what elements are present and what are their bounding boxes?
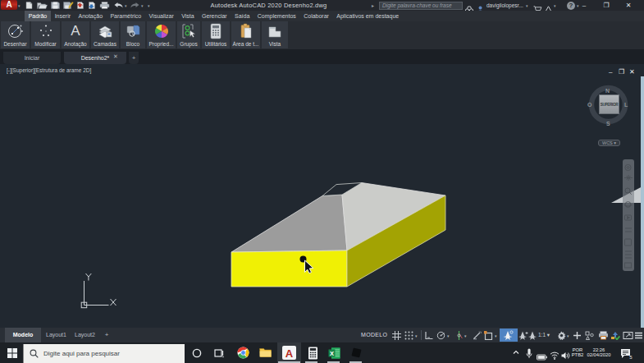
viewcube-south-label[interactable]: S [606, 121, 610, 126]
windows-taskbar: Digite aqui para pesquisar A [0, 342, 644, 363]
polar-dropdown-icon[interactable]: ▾ [447, 333, 450, 338]
panel-grupos[interactable]: Grupos [177, 21, 200, 48]
object-snap-tracking-icon[interactable] [473, 331, 482, 340]
tray-pen-icon[interactable] [526, 347, 532, 362]
tray-chevron-icon[interactable] [513, 350, 519, 356]
search-collapse-icon[interactable]: ▸ [372, 2, 374, 8]
isometric-dropdown-icon[interactable]: ▾ [464, 333, 467, 338]
layout-tab-modelo[interactable]: Modelo [5, 328, 41, 342]
layout-tab-layout1[interactable]: Layout1 [43, 328, 70, 342]
viewcube-west-label[interactable]: O [587, 102, 591, 108]
polar-tracking-icon[interactable] [436, 331, 445, 340]
status-bar: Modelo Layout1 Layout2 + MODELO ▾ ▾ ▾ ▾ [0, 328, 644, 342]
autocad-taskbar-button-active[interactable]: A [277, 342, 301, 363]
window-close-button[interactable]: ✕ [623, 1, 634, 10]
ribbon-tab-parametrico[interactable]: Paramétrico [107, 11, 145, 21]
dark-app-icon[interactable] [349, 346, 363, 360]
ortho-mode-icon[interactable] [424, 331, 433, 340]
ribbon-tab-inserir[interactable]: Inserir [51, 11, 75, 21]
model-space-indicator[interactable]: MODELO [361, 328, 387, 342]
viewcube-east-label[interactable]: L [624, 102, 628, 108]
ribbon-tab-saida[interactable]: Saída [231, 11, 253, 21]
ribbon-tab-vista[interactable]: Vista [177, 11, 198, 21]
chrome-icon[interactable] [236, 346, 250, 360]
solid-left-slope-face[interactable] [231, 195, 347, 252]
viewcube-north-label[interactable]: N [605, 88, 610, 94]
wcs-dropdown-button[interactable]: WCS ▾ [598, 140, 620, 146]
panel-vista[interactable]: Vista [262, 21, 288, 48]
panel-anotacao[interactable]: A Anotação [62, 21, 89, 48]
annotation-visibility-button[interactable] [500, 329, 518, 342]
panel-camadas[interactable]: Camadas [91, 21, 119, 48]
panel-modificar[interactable]: Modificar [31, 21, 60, 48]
tray-battery-icon[interactable] [537, 349, 547, 363]
annotation-scale-icon[interactable] [528, 331, 537, 340]
draw-icon [1, 21, 30, 41]
tray-wifi-icon[interactable] [550, 348, 560, 363]
new-layout-button[interactable]: + [102, 328, 112, 342]
navigation-bar[interactable] [623, 159, 634, 271]
grid-display-icon[interactable] [392, 331, 401, 340]
isolate-objects-icon[interactable] [585, 331, 594, 340]
ribbon-tab-aplicativos[interactable]: Aplicativos em destaque [333, 11, 403, 21]
drawing-canvas[interactable]: [-][Superior][Estrutura de arame 2D] – ❐… [0, 64, 644, 328]
file-tab-close-icon[interactable]: ✕ [113, 53, 118, 60]
ribbon-tab-padrao[interactable]: Padrão [25, 11, 51, 21]
start-button[interactable] [5, 346, 19, 360]
layout-tab-layout2[interactable]: Layout2 [71, 328, 98, 342]
help-icon[interactable]: ? [567, 2, 575, 10]
user-avatar-icon[interactable] [477, 2, 484, 9]
file-tab-iniciar[interactable]: Iniciar [3, 52, 61, 64]
tray-language-indicator[interactable]: POR PTB2 [569, 347, 586, 358]
ribbon-tab-gerenciar[interactable]: Gerenciar [198, 11, 231, 21]
app-store-cart-icon[interactable] [533, 2, 542, 9]
annotation-scale-value[interactable]: 1:1 ▾ [538, 328, 550, 342]
window-restore-button[interactable]: ❐ [601, 1, 612, 10]
snap-dropdown-icon[interactable]: ▾ [415, 333, 418, 338]
task-view-icon[interactable] [212, 346, 226, 360]
utilities-calculator-icon [202, 21, 230, 41]
graphics-performance-icon[interactable] [610, 331, 620, 340]
window-minimize-button[interactable]: – [578, 1, 590, 10]
autodesk-triangle-icon[interactable] [545, 2, 552, 9]
cortana-icon[interactable] [190, 346, 203, 360]
panel-desenhar[interactable]: Desenhar [1, 21, 30, 48]
workspace-dropdown-icon[interactable]: ▾ [567, 333, 569, 338]
file-explorer-icon[interactable] [258, 346, 272, 360]
action-center-icon[interactable]: 5 [620, 347, 633, 362]
taskbar-search-box[interactable]: Digite aqui para pesquisar [23, 344, 185, 363]
customization-menu-icon[interactable] [634, 331, 643, 340]
isometric-drafting-icon[interactable] [454, 331, 464, 340]
user-dropdown-icon[interactable]: ▾ [526, 3, 528, 8]
ribbon-tab-anotacao[interactable]: Anotação [75, 11, 107, 21]
plus-customization-icon[interactable] [573, 331, 582, 340]
panel-utilitarios[interactable]: Utilitários [202, 21, 230, 48]
viewcube-top-face[interactable]: SUPERIOR [599, 94, 619, 114]
signed-in-username[interactable]: davigilolopesr... [486, 2, 523, 8]
doc-close-button[interactable]: ✕ [629, 68, 635, 76]
search-binoculars-icon[interactable] [465, 2, 473, 9]
osnap-dropdown-icon[interactable]: ▾ [495, 333, 497, 338]
clean-screen-icon[interactable] [623, 331, 633, 340]
object-snap-icon[interactable] [484, 331, 493, 340]
panel-area-transferencia[interactable]: Área de t... [231, 21, 260, 48]
doc-restore-button[interactable]: ❐ [619, 68, 624, 76]
panel-propriedades[interactable]: Propried... [147, 21, 176, 48]
tray-clock[interactable]: 22:26 02/04/2020 [584, 347, 614, 358]
snap-mode-icon[interactable] [404, 331, 413, 340]
ribbon-tab-colaborar[interactable]: Colaborar [300, 11, 333, 21]
workspace-gear-icon[interactable] [557, 331, 566, 340]
ribbon-tab-visualizar[interactable]: Visualizar [145, 11, 178, 21]
doc-minimize-button[interactable]: – [609, 68, 612, 76]
appstore-dropdown-icon[interactable]: ▾ [554, 3, 556, 8]
panel-bloco[interactable]: Bloco [121, 21, 145, 48]
viewport-controls-label[interactable]: [-][Superior][Estrutura de arame 2D] [7, 67, 91, 73]
new-drawing-tab-button[interactable]: + [129, 52, 139, 64]
solid-front-face[interactable] [231, 250, 347, 287]
vertical-scrollbar[interactable] [641, 76, 644, 329]
keyword-search-input[interactable]: Digite palavra-chave ou frase [379, 2, 463, 10]
excel-icon[interactable]: X [327, 346, 341, 360]
plot-status-icon[interactable] [598, 331, 609, 340]
ribbon-tab-complementos[interactable]: Complementos [253, 11, 299, 21]
calculator-icon[interactable] [306, 346, 320, 360]
